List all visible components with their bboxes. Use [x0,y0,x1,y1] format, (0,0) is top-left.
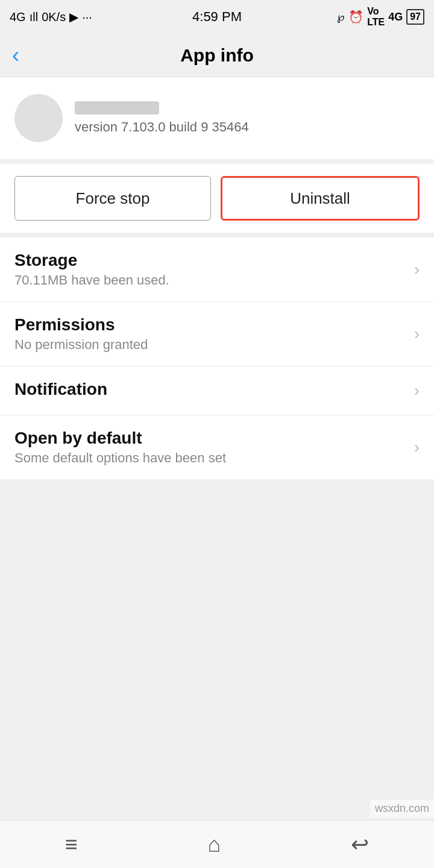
storage-title: Storage [14,251,407,270]
storage-content: Storage 70.11MB have been used. [14,251,407,288]
status-bar: 4G ıll 0K/s ▶ ··· 4:59 PM ℘ ⏰ VoLTE 4G 9… [0,0,434,34]
status-time: 4:59 PM [192,9,242,25]
status-right: ℘ ⏰ VoLTE 4G 97 [337,6,424,28]
nav-bar: ‹ App info [0,34,434,77]
permissions-content: Permissions No permission granted [14,315,407,353]
back-nav-icon[interactable]: ↩ [351,832,369,857]
app-details: version 7.103.0 build 9 35464 [75,101,249,135]
storage-chevron: › [414,260,420,279]
bottom-nav: ≡ ⌂ ↩ [0,820,434,868]
permissions-item[interactable]: Permissions No permission granted › [0,302,434,366]
app-version: version 7.103.0 build 9 35464 [75,119,249,134]
app-info-section: version 7.103.0 build 9 35464 [0,77,434,164]
notification-item[interactable]: Notification › [0,366,434,415]
cast-icon: ▶ [69,10,78,24]
back-button[interactable]: ‹ [12,45,19,66]
storage-item[interactable]: Storage 70.11MB have been used. › [0,237,434,302]
battery-level: 97 [410,11,421,22]
speed-text: 0K/s [42,10,66,24]
permissions-chevron: › [414,324,420,344]
signal-text: 4G [10,10,26,24]
open-by-default-subtitle: Some default options have been set [14,450,407,466]
open-by-default-item[interactable]: Open by default Some default options hav… [0,415,434,479]
permissions-subtitle: No permission granted [14,337,407,353]
uninstall-button[interactable]: Uninstall [221,176,420,221]
dots-icon: ··· [82,10,92,24]
notification-content: Notification [14,380,407,401]
status-left: 4G ıll 0K/s ▶ ··· [10,10,92,24]
list-section: Storage 70.11MB have been used. › Permis… [0,237,434,479]
battery-indicator: 97 [406,9,424,25]
notification-chevron: › [414,381,420,400]
watermark: wsxdn.com [370,800,434,817]
bluetooth-icon: ℘ [337,10,345,24]
buttons-section: Force stop Uninstall [0,164,434,237]
app-icon [14,94,63,142]
page-title: App info [180,45,254,66]
permissions-title: Permissions [14,315,407,335]
open-by-default-chevron: › [414,438,420,457]
app-name-blurred [75,101,159,115]
notification-title: Notification [14,380,407,399]
volte-icon: VoLTE [367,6,385,28]
4g-icon: 4G [388,11,403,24]
open-by-default-title: Open by default [14,429,407,448]
force-stop-button[interactable]: Force stop [14,176,211,221]
menu-icon[interactable]: ≡ [65,832,78,857]
open-by-default-content: Open by default Some default options hav… [14,429,407,466]
storage-subtitle: 70.11MB have been used. [14,272,407,288]
signal-bars: ıll [30,10,38,24]
home-icon[interactable]: ⌂ [208,832,221,857]
alarm-icon: ⏰ [348,10,363,24]
